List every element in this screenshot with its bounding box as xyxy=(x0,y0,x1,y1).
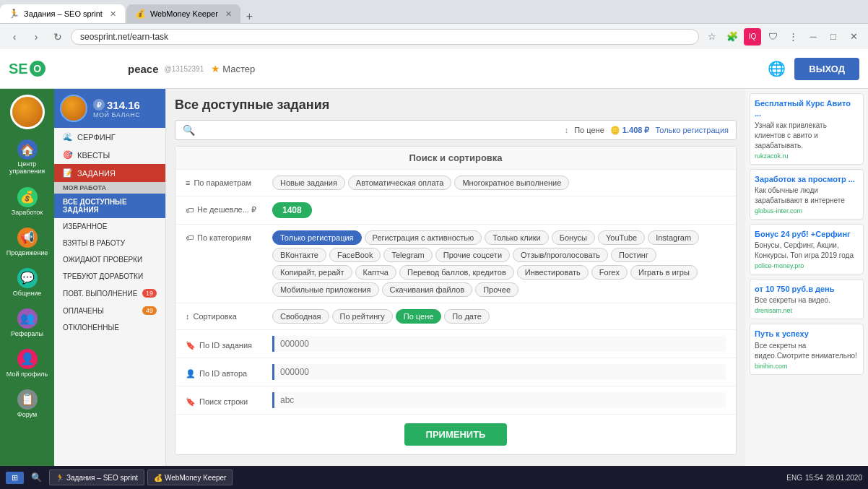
taskbar-search-button[interactable]: 🔍 xyxy=(27,471,46,484)
id-author-input[interactable] xyxy=(272,364,726,380)
tag-facebook[interactable]: FaceBook xyxy=(329,248,381,262)
tag-clicks[interactable]: Только клики xyxy=(485,230,548,245)
tab1-close[interactable]: ✕ xyxy=(110,9,116,19)
globe-icon[interactable]: 🌐 xyxy=(768,60,786,77)
nav-revision[interactable]: ТРЕБУЮТ ДОРАБОТКИ xyxy=(54,268,165,285)
tag-telegram[interactable]: Telegram xyxy=(383,248,432,262)
tag-copywrite[interactable]: Копирайт, рерайт xyxy=(272,265,352,280)
nav-all-tasks[interactable]: ВСЕ ДОСТУПНЫЕ ЗАДАНИЯ xyxy=(54,194,165,218)
ad3-title[interactable]: Бонус 24 руб! +Серфинг xyxy=(755,229,859,239)
taskbar-app2[interactable]: 💰 WebMoney Keeper xyxy=(147,469,233,485)
tag-instagram[interactable]: Instagram xyxy=(648,230,699,245)
ad5-title[interactable]: Путь к успеху xyxy=(755,329,859,339)
sort-rating[interactable]: По рейтингу xyxy=(332,309,393,324)
menu-button[interactable]: ⋮ xyxy=(784,28,802,46)
sidebar-item-referrals[interactable]: 👥 Рефералы xyxy=(0,304,54,342)
tag-review[interactable]: Отзыв/проголосовать xyxy=(513,248,608,262)
tag-auto-pay[interactable]: Автоматическая оплата xyxy=(348,176,452,190)
ad1-title[interactable]: Бесплатный Курс Авито ... xyxy=(755,98,859,119)
sidebar-item-profile[interactable]: 👤 Мой профиль xyxy=(0,345,54,382)
taskbar-lang: ENG xyxy=(786,474,802,482)
tag-reg-active[interactable]: Регистрация с активностью xyxy=(365,230,482,245)
sidebar-item-control[interactable]: 🏠 Центр управления xyxy=(0,135,54,180)
coins-icon: 🪙 xyxy=(610,126,620,134)
sidebar-item-community[interactable]: 💬 Общение xyxy=(0,264,54,301)
shield-button[interactable]: 🛡 xyxy=(764,28,781,46)
maximize-button[interactable]: □ xyxy=(825,28,842,46)
header-logo: SE O xyxy=(9,61,121,77)
tag-posting[interactable]: Постинг xyxy=(611,248,656,262)
tag-new-tasks[interactable]: Новые задания xyxy=(272,176,345,190)
minimize-button[interactable]: ─ xyxy=(804,28,822,46)
tag-other[interactable]: Прочее xyxy=(475,282,518,297)
search-str-input[interactable] xyxy=(272,392,726,408)
sidebar-item-earn[interactable]: 💰 Заработок xyxy=(0,183,54,220)
tab2-close[interactable]: ✕ xyxy=(225,9,232,19)
tag-bonuses[interactable]: Бонусы xyxy=(552,230,595,245)
tag-vk[interactable]: ВКонтакте xyxy=(272,248,326,262)
nav-declined[interactable]: ОТКЛОНЕННЫЕ xyxy=(54,319,165,336)
ad-block-3: Бонус 24 руб! +Серфинг Бонусы, Серфинг, … xyxy=(750,224,864,274)
taskbar-app1[interactable]: 🏃 Задания – SEO sprint xyxy=(49,469,144,485)
sidebar-item-forum[interactable]: 📋 Форум xyxy=(0,385,54,423)
taskbar: ⊞ 🔍 🏃 Задания – SEO sprint 💰 WebMoney Ke… xyxy=(0,466,868,489)
price-input-btn[interactable]: 1408 xyxy=(272,202,312,218)
ad4-title[interactable]: от 10 750 руб.в день xyxy=(755,284,859,294)
nav-repeat[interactable]: ПОВТ. ВЫПОЛНЕНИЕ 19 xyxy=(54,285,165,302)
browser-tab-2[interactable]: 💰 WebMoney Keeper ✕ xyxy=(126,4,240,23)
forum-label: Форум xyxy=(17,411,37,418)
exit-button[interactable]: ВЫХОД xyxy=(794,58,859,80)
forum-icon: 📋 xyxy=(17,389,38,410)
tag-forex[interactable]: Forex xyxy=(591,265,628,280)
sort-price[interactable]: По цене xyxy=(396,309,442,324)
ad1-url: rukzacok.ru xyxy=(755,152,859,160)
tag-youtube[interactable]: YouTube xyxy=(598,230,645,245)
id-author-icon: 👤 xyxy=(186,369,196,378)
tag-invest[interactable]: Инвестировать xyxy=(517,265,589,280)
profile-label: Мой профиль xyxy=(6,371,48,378)
filter-categories-row: 🏷 По категориям Только регистрация Регис… xyxy=(175,225,736,303)
tab2-title: WebMoney Keeper xyxy=(150,9,218,18)
nav-favorites[interactable]: ИЗБРАННОЕ xyxy=(54,218,165,235)
sort-icon[interactable]: ↕ xyxy=(565,126,569,134)
close-button[interactable]: ✕ xyxy=(845,28,862,46)
tasks-icon: 📝 xyxy=(63,168,73,178)
search-input[interactable] xyxy=(201,125,559,135)
nav-paid[interactable]: ОПЛАЧЕНЫ 49 xyxy=(54,302,165,319)
nav-awaiting[interactable]: ОЖИДАЮТ ПРОВЕРКИ xyxy=(54,251,165,268)
sort-date[interactable]: По дате xyxy=(444,309,489,324)
nav-in-progress[interactable]: ВЗЯТЫ В РАБОТУ xyxy=(54,235,165,251)
nav-surfing[interactable]: 🌊 СЕРФИНГ xyxy=(54,128,165,146)
star-button[interactable]: ☆ xyxy=(703,28,721,46)
nav-quests[interactable]: 🎯 КВЕСТЫ xyxy=(54,146,165,164)
earn-icon: 💰 xyxy=(17,187,38,207)
tag-multi[interactable]: Многократное выполнение xyxy=(454,176,569,190)
price-filter-label: 🏷 Не дешевле... ₽ xyxy=(186,202,265,215)
address-bar[interactable] xyxy=(71,29,699,45)
taskbar-right: ENG 15:54 28.01.2020 xyxy=(786,474,862,482)
tag-reg-only[interactable]: Только регистрация xyxy=(272,230,362,245)
browser-tab-1[interactable]: 🏃 Задания – SEO sprint ✕ xyxy=(0,4,125,23)
tag-mobile[interactable]: Мобильные приложения xyxy=(272,282,379,297)
id-task-input[interactable] xyxy=(272,336,726,352)
forward-button[interactable]: › xyxy=(27,28,45,46)
new-tab-button[interactable]: + xyxy=(240,10,259,23)
tag-points[interactable]: Перевод баллов, кредитов xyxy=(399,265,514,280)
sort-free[interactable]: Свободная xyxy=(272,309,329,324)
ad2-title[interactable]: Заработок за просмотр ... xyxy=(755,174,859,184)
sidebar-item-promo[interactable]: 📢 Продвижение xyxy=(0,223,54,261)
tag-captcha[interactable]: Каптча xyxy=(355,265,396,280)
apply-button[interactable]: ПРИМЕНИТЬ xyxy=(404,423,508,446)
iq-button[interactable]: IQ xyxy=(744,28,761,46)
nav-tasks[interactable]: 📝 ЗАДАНИЯ xyxy=(54,164,165,182)
categories-label: 🏷 По категориям xyxy=(186,230,265,242)
reload-button[interactable]: ↻ xyxy=(49,28,66,46)
back-button[interactable]: ‹ xyxy=(6,28,23,46)
start-button[interactable]: ⊞ xyxy=(6,472,24,484)
reg-only-link[interactable]: Только регистрация xyxy=(655,126,729,134)
tag-downloads[interactable]: Скачивания файлов xyxy=(382,282,473,297)
extensions-button[interactable]: 🧩 xyxy=(724,28,741,46)
tag-social-other[interactable]: Прочие соцсети xyxy=(435,248,510,262)
tag-games[interactable]: Играть в игры xyxy=(630,265,698,280)
user-avatar xyxy=(60,95,87,122)
